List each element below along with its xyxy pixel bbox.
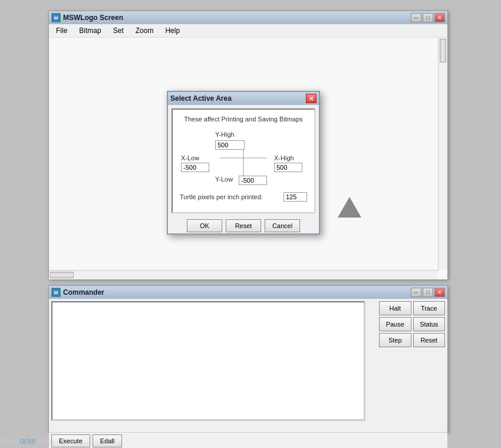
screen-scrollbar-vertical[interactable] <box>438 38 447 270</box>
step-button[interactable]: Step <box>379 333 411 347</box>
coordinate-layout: Y-High X-Low X-High Y-Low <box>180 129 307 187</box>
commander-body: Halt Trace Pause Status Step Reset <box>49 299 447 432</box>
screen-title-bar: M MSWLogo Screen ─ □ ✕ <box>49 11 447 24</box>
halt-button[interactable]: Halt <box>379 301 411 315</box>
cmd-btn-row-1: Halt Trace <box>379 301 445 315</box>
dialog-cancel-button[interactable]: Cancel <box>265 219 300 232</box>
x-low-input[interactable] <box>181 163 209 172</box>
screen-minimize-button[interactable]: ─ <box>411 13 421 22</box>
dialog-title-bar: Select Active Area ✕ <box>168 92 319 105</box>
screen-close-button[interactable]: ✕ <box>434 13 445 22</box>
menu-set[interactable]: Set <box>108 25 128 36</box>
dialog-body: These affect Printing and Saving Bitmaps… <box>172 108 315 213</box>
screen-window: M MSWLogo Screen ─ □ ✕ File Bitmap Set Z… <box>48 11 448 279</box>
select-active-area-dialog: Select Active Area ✕ These affect Printi… <box>167 91 320 235</box>
reset-button[interactable]: Reset <box>413 333 446 347</box>
commander-window-title: Commander <box>63 288 411 297</box>
svg-text:M: M <box>54 15 58 21</box>
watermark: filemorse.com <box>2 436 54 446</box>
screen-window-title: MSWLogo Screen <box>63 14 411 22</box>
menu-zoom[interactable]: Zoom <box>131 25 159 36</box>
dialog-info-text: These affect Printing and Saving Bitmaps <box>180 116 307 123</box>
y-high-label: Y-High <box>215 131 235 138</box>
commander-scrollbar-v[interactable] <box>365 301 374 420</box>
menu-file[interactable]: File <box>51 25 72 36</box>
screen-window-icon: M <box>51 13 61 22</box>
screen-scrollbar-thumb-h[interactable] <box>50 272 74 278</box>
triangle-shape <box>338 197 361 218</box>
menu-bitmap[interactable]: Bitmap <box>74 25 106 36</box>
commander-window: M Commander ─ □ ✕ Halt Trace <box>48 285 448 433</box>
dialog-ok-button[interactable]: OK <box>187 219 222 232</box>
commander-minimize-button[interactable]: ─ <box>411 288 421 297</box>
commander-maximize-button[interactable]: □ <box>423 288 433 297</box>
screen-title-buttons: ─ □ ✕ <box>411 13 445 22</box>
dialog-reset-button[interactable]: Reset <box>226 219 261 232</box>
x-high-input[interactable] <box>274 163 302 172</box>
edall-button[interactable]: Edall <box>93 434 122 447</box>
execute-button[interactable]: Execute <box>51 434 90 447</box>
commander-textarea[interactable] <box>51 301 365 420</box>
commander-close-button[interactable]: ✕ <box>434 288 445 297</box>
dialog-title-text: Select Active Area <box>170 94 306 103</box>
commander-scrollbar-h[interactable] <box>51 420 365 430</box>
ppi-row: Turtle pixels per inch printed: <box>180 192 307 202</box>
screen-canvas: Select Active Area ✕ These affect Printi… <box>49 38 447 279</box>
commander-bottom-bar: Execute Edall <box>49 432 447 448</box>
y-low-label: Y-Low <box>215 176 233 183</box>
pause-button[interactable]: Pause <box>379 317 411 331</box>
watermark-text-plain: filem <box>2 436 20 446</box>
dialog-buttons: OK Reset Cancel <box>168 217 319 233</box>
cmd-btn-row-3: Step Reset <box>379 333 445 347</box>
dialog-close-button[interactable]: ✕ <box>306 94 317 103</box>
svg-text:M: M <box>54 290 58 295</box>
trace-button[interactable]: Trace <box>413 301 446 315</box>
y-low-input[interactable] <box>239 176 267 185</box>
commander-window-icon: M <box>51 288 61 297</box>
x-low-label: X-Low <box>181 154 199 162</box>
ppi-label: Turtle pixels per inch printed: <box>180 193 280 200</box>
commander-text-container <box>51 301 374 430</box>
menu-help[interactable]: Help <box>160 25 184 36</box>
commander-title-buttons: ─ □ ✕ <box>411 288 445 297</box>
commander-buttons: Halt Trace Pause Status Step Reset <box>377 299 447 432</box>
screen-maximize-button[interactable]: □ <box>423 13 433 22</box>
screen-scrollbar-horizontal[interactable] <box>49 270 438 279</box>
menu-bar: File Bitmap Set Zoom Help <box>49 24 447 38</box>
y-high-input[interactable] <box>215 140 245 150</box>
cmd-btn-row-2: Pause Status <box>379 317 445 331</box>
ppi-input[interactable] <box>284 192 307 202</box>
screen-scrollbar-thumb-v[interactable] <box>440 39 446 62</box>
status-button[interactable]: Status <box>413 317 446 331</box>
watermark-text-colored: orse <box>20 436 36 446</box>
commander-title-bar: M Commander ─ □ ✕ <box>49 286 447 299</box>
x-high-label: X-High <box>274 154 294 162</box>
